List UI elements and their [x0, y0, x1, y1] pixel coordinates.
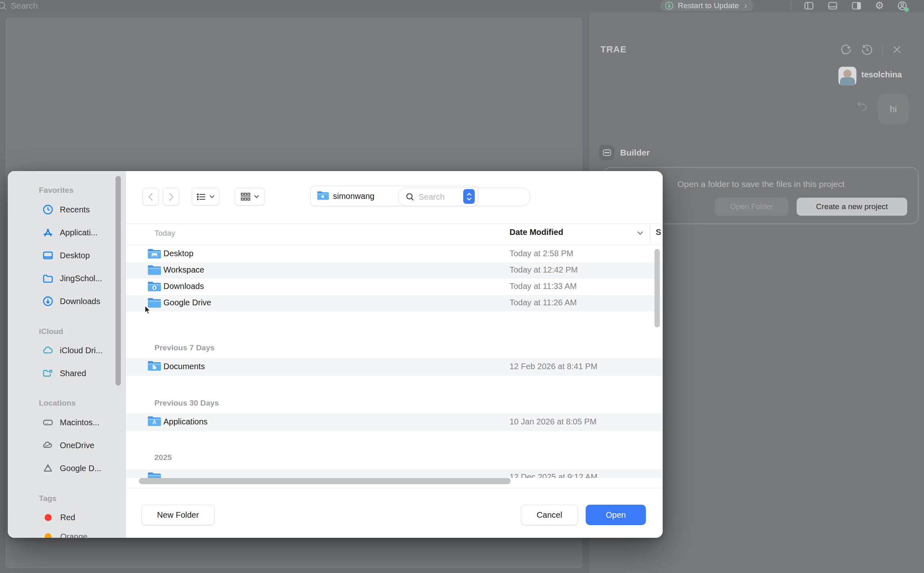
- hard-drive-icon: [42, 417, 54, 428]
- forward-button[interactable]: [163, 188, 179, 205]
- sidebar-item-jingscholar[interactable]: JingSchol...: [42, 272, 102, 285]
- column-header-size-partial[interactable]: S: [656, 228, 661, 237]
- sidebar-item-tag-red[interactable]: Red: [42, 511, 75, 524]
- file-row-clipped[interactable]: 12 Dec 2025 at 9:12 AM: [126, 469, 663, 478]
- toggle-right-panel-icon[interactable]: [851, 0, 862, 11]
- cloud-icon: [42, 345, 54, 356]
- new-chat-icon[interactable]: [840, 43, 852, 57]
- sidebar-item-tag-orange[interactable]: Orange: [42, 530, 88, 538]
- search-icon: [405, 192, 414, 201]
- new-folder-button[interactable]: New Folder: [141, 505, 215, 525]
- sidebar-item-desktop[interactable]: Desktop: [42, 249, 90, 262]
- desktop-icon: [42, 250, 54, 261]
- undo-icon[interactable]: [856, 99, 868, 111]
- sidebar-item-recents[interactable]: Recents: [42, 203, 90, 216]
- folder-icon: [147, 264, 161, 277]
- app-top-bar: Search Restart to Update › ⚙: [0, 0, 924, 12]
- avatar-head: [843, 70, 852, 78]
- dialog-sidebar: Favorites Recents Applicati... Desktop J…: [8, 171, 126, 538]
- sidebar-item-label: JingSchol...: [60, 274, 102, 283]
- sidebar-item-google-drive[interactable]: Google D...: [42, 462, 101, 475]
- file-date: Today at 11:33 AM: [510, 282, 577, 291]
- close-panel-icon[interactable]: [892, 44, 902, 56]
- sidebar-section-tags: Tags: [39, 494, 57, 503]
- sidebar-item-shared[interactable]: Shared: [42, 367, 86, 380]
- sidebar-item-applications[interactable]: Applicati...: [42, 226, 97, 239]
- toggle-bottom-panel-icon[interactable]: [827, 0, 838, 11]
- file-date: Today at 12:42 PM: [510, 265, 578, 275]
- file-date: 12 Feb 2026 at 8:41 PM: [510, 362, 598, 371]
- sidebar-section-locations: Locations: [39, 399, 76, 408]
- toggle-left-panel-icon[interactable]: [804, 0, 814, 11]
- search-icon: [0, 0, 7, 13]
- file-row-google-drive[interactable]: Google Drive Today at 11:26 AM: [126, 295, 663, 311]
- dialog-search-field[interactable]: [398, 187, 530, 206]
- sidebar-scrollbar[interactable]: [116, 176, 121, 386]
- create-new-project-button[interactable]: Create a new project: [797, 198, 907, 216]
- file-name: Downloads: [163, 282, 204, 291]
- red-tag-dot: [45, 514, 52, 521]
- open-button[interactable]: Open: [586, 505, 646, 525]
- horizontal-scrollbar[interactable]: [139, 478, 511, 484]
- group-header-previous-7-days: Previous 7 Days: [154, 343, 215, 352]
- sidebar-item-label: iCloud Dri...: [60, 346, 102, 355]
- onedrive-icon: [42, 440, 54, 451]
- group-by-dropdown[interactable]: [235, 188, 265, 205]
- file-row-downloads[interactable]: Downloads Today at 11:33 AM: [126, 279, 663, 295]
- sidebar-item-label: Google D...: [60, 464, 101, 473]
- sidebar-item-label: Macintos...: [60, 418, 100, 427]
- back-button[interactable]: [143, 188, 159, 205]
- desktop-folder-icon: [147, 248, 161, 261]
- sidebar-item-label: Shared: [60, 369, 86, 378]
- user-name: tesolchina: [861, 70, 902, 79]
- toolbar-divider: [791, 1, 791, 9]
- chevron-down-icon: [209, 195, 215, 199]
- footer-divider: [126, 488, 663, 488]
- sidebar-item-onedrive[interactable]: OneDrive: [42, 439, 94, 452]
- folder-icon: [42, 273, 54, 284]
- file-row-applications[interactable]: Applications 10 Jan 2026 at 8:05 PM: [126, 413, 663, 431]
- online-status-dot: [904, 7, 909, 12]
- vertical-scrollbar[interactable]: [654, 249, 660, 327]
- sidebar-item-label: Recents: [60, 205, 90, 214]
- column-header-date-modified[interactable]: Date Modified: [510, 228, 563, 237]
- file-date: Today at 11:26 AM: [510, 298, 577, 307]
- header-divider: [882, 43, 883, 57]
- sidebar-section-favorites: Favorites: [39, 186, 73, 195]
- group-header-previous-30-days: Previous 30 Days: [154, 399, 219, 408]
- settings-gear-icon[interactable]: ⚙: [875, 0, 884, 11]
- sidebar-item-label: Red: [60, 513, 75, 522]
- documents-folder-icon: [147, 360, 161, 373]
- dialog-content: simonwang Today Date Modified S: [126, 171, 663, 538]
- file-name: Documents: [163, 362, 205, 371]
- avatar-body: [840, 77, 855, 86]
- user-avatar: [838, 67, 856, 86]
- search-input[interactable]: [419, 192, 530, 202]
- applications-folder-icon: [147, 415, 161, 429]
- cancel-button[interactable]: Cancel: [521, 505, 578, 525]
- file-name: Desktop: [163, 249, 193, 258]
- chat-message-text: hi: [890, 104, 897, 115]
- file-row-workspace[interactable]: Workspace Today at 12:42 PM: [126, 262, 663, 279]
- view-mode-dropdown[interactable]: [192, 188, 220, 205]
- sidebar-item-label: Downloads: [60, 297, 100, 306]
- account-icon[interactable]: [897, 0, 908, 11]
- sidebar-item-downloads[interactable]: Downloads: [42, 295, 100, 308]
- file-row-desktop[interactable]: Desktop Today at 2:58 PM: [126, 246, 663, 262]
- file-open-dialog: Favorites Recents Applicati... Desktop J…: [8, 171, 663, 538]
- builder-agent-icon: [599, 145, 614, 160]
- sidebar-item-macintosh-hd[interactable]: Macintos...: [42, 416, 100, 429]
- sidebar-item-label: Orange: [60, 532, 88, 538]
- orange-tag-dot: [45, 533, 52, 538]
- file-row-documents[interactable]: Documents 12 Feb 2026 at 8:41 PM: [126, 358, 663, 376]
- open-folder-button[interactable]: Open Folder: [715, 198, 788, 216]
- sidebar-item-icloud-drive[interactable]: iCloud Dri...: [42, 344, 102, 357]
- downloads-folder-icon: [147, 280, 161, 294]
- sidebar-item-label: Desktop: [60, 251, 90, 260]
- sort-chevron-icon[interactable]: [637, 230, 643, 237]
- builder-label: Builder: [620, 148, 650, 158]
- restart-to-update-button[interactable]: Restart to Update ›: [660, 0, 754, 11]
- download-circle-icon: [42, 296, 54, 307]
- global-search[interactable]: Search: [11, 1, 38, 11]
- history-icon[interactable]: [861, 43, 873, 57]
